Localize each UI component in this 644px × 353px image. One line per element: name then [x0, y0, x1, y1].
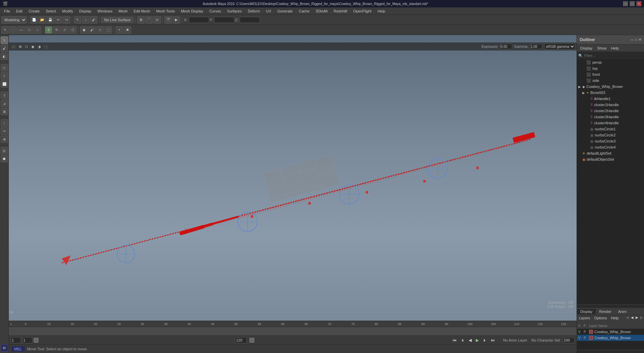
snap-curve[interactable]: ⌒ [145, 16, 153, 24]
bridge-left-tool[interactable]: ⊞ [1, 108, 8, 115]
menu-item-redshift[interactable]: Redshift [331, 8, 350, 14]
tree-item-cluster4handle[interactable]: ⧖ cluster4Handle [577, 120, 644, 126]
snap-point[interactable]: ⊙ [153, 16, 161, 24]
loop-left-tool[interactable]: ↕ [1, 119, 8, 127]
render-settings[interactable]: 🎬 [165, 16, 172, 24]
xray-btn[interactable]: ⬚ [105, 26, 112, 34]
menu-item-uv[interactable]: UV [263, 8, 274, 14]
render-frame[interactable]: ▶ [173, 16, 180, 24]
select-tool[interactable]: ↖ [74, 16, 81, 24]
snap-grid[interactable]: ⊞ [137, 16, 145, 24]
tree-item-nurbscircle2[interactable]: ◎ nurbsCircle2 [577, 132, 644, 138]
current-frame-field[interactable] [22, 337, 32, 343]
vp-wireframe-btn[interactable]: ⬡ [24, 44, 29, 49]
layer-row-2[interactable]: V P Cowboy_Whip_Brown [577, 335, 644, 341]
playback-end-field[interactable] [563, 337, 575, 343]
layer-row-1[interactable]: V P Cowboy_Whip_Brown [577, 329, 644, 335]
outliner-show-menu[interactable]: Show [595, 45, 609, 51]
face-left-tool[interactable]: ⬜ [1, 80, 8, 88]
paint-weights-btn[interactable]: 🖌 [88, 26, 96, 34]
select-left-tool[interactable]: ↖ [1, 36, 8, 44]
merge-left-tool[interactable]: ⊗ [1, 135, 8, 143]
select-mode-btn[interactable]: ↖ [1, 26, 9, 34]
lasso-tool[interactable]: ⬦ [82, 16, 89, 24]
menu-item-openflight[interactable]: OpenFlight [351, 8, 374, 14]
paint-tool[interactable]: 🖌 [90, 16, 97, 24]
tree-item-front[interactable]: ⬛ front [577, 71, 644, 77]
menu-item-edit[interactable]: Edit [13, 8, 25, 14]
vp-shaded-btn[interactable]: ◑ [36, 44, 42, 49]
play-fwd-btn[interactable]: ▶ [474, 337, 480, 343]
outliner-close-btn[interactable]: ✕ [639, 38, 641, 41]
tree-item-bone003[interactable]: ▶ ✦ Bone003 [577, 90, 644, 96]
z-coord-field[interactable] [240, 17, 260, 23]
viewport[interactable]: View Shading Lighting Show Renderer Pane… [9, 35, 577, 321]
layers-menu-layers[interactable]: Layers [577, 315, 592, 323]
tree-item-nurbscircle3[interactable]: ◎ nurbsCircle3 [577, 138, 644, 144]
menu-item-mesh-tools[interactable]: Mesh Tools [153, 8, 177, 14]
redo-button[interactable]: ↪ [63, 16, 70, 24]
vertex-mode-btn[interactable]: · [9, 26, 17, 34]
tree-item-nurbscircle4[interactable]: ◎ nurbsCircle4 [577, 144, 644, 150]
layer1-p-btn[interactable]: P [584, 330, 589, 334]
extrude-left-tool[interactable]: ⇧ [1, 92, 8, 99]
jump-end-btn[interactable]: ⏭ [490, 337, 496, 343]
object-mode-btn[interactable]: ○ [34, 26, 41, 34]
menu-item-modify[interactable]: Modify [59, 8, 76, 14]
tweak-btn[interactable]: ⊹ [96, 26, 104, 34]
gamma-mode-select[interactable]: sRGB gamma [544, 43, 575, 50]
scale-tool-btn[interactable]: ⤢ [61, 26, 68, 34]
layer2-v-btn[interactable]: V [578, 336, 584, 340]
move-tool-btn[interactable]: ✛ [45, 26, 52, 34]
cut-left-tool[interactable]: ✂ [1, 127, 8, 135]
menu-item-generate[interactable]: Generate [274, 8, 295, 14]
vertex-left-tool[interactable]: ⬡ [1, 64, 8, 71]
tree-item-cluster2handle[interactable]: ⧖ cluster2Handle [577, 108, 644, 114]
save-scene-button[interactable]: 💾 [47, 16, 54, 24]
menu-item-3dtoall[interactable]: 3DtoAll [313, 8, 330, 14]
tree-item-defaultlightset[interactable]: ☀ defaultLightSet [577, 150, 644, 156]
tree-item-side[interactable]: ⬛ side [577, 77, 644, 84]
layers-hscrollbar[interactable] [577, 350, 644, 353]
step-back-btn[interactable]: ⏴ [459, 337, 466, 343]
universal-manip-btn[interactable]: ⬡ [69, 26, 77, 34]
y-coord-field[interactable] [214, 17, 234, 23]
menu-item-curves[interactable]: Curves [207, 8, 224, 14]
anim-tab[interactable]: Anim [615, 309, 630, 314]
face-mode-btn[interactable]: □ [26, 26, 33, 34]
bevel-left-tool[interactable]: ⊿ [1, 100, 8, 107]
menu-item-help[interactable]: Help [375, 8, 388, 14]
menu-item-create[interactable]: Create [26, 8, 42, 14]
new-scene-button[interactable]: 📄 [30, 16, 38, 24]
vp-texture-btn[interactable]: ⬚ [43, 44, 49, 49]
edge-mode-btn[interactable]: — [18, 26, 25, 34]
exposure-input[interactable]: 0.00 [500, 44, 512, 49]
outliner-search-input[interactable] [584, 54, 643, 58]
sculpt-left-tool[interactable]: ◐ [1, 53, 8, 60]
play-back-btn[interactable]: ◀ [467, 337, 473, 343]
outliner-maximize-btn[interactable]: □ [635, 38, 637, 41]
tree-item-top[interactable]: ⬛ top [577, 65, 644, 71]
viewport-3d[interactable] [9, 51, 577, 321]
menu-item-edit-mesh[interactable]: Edit Mesh [131, 8, 153, 14]
open-scene-button[interactable]: 📂 [38, 16, 46, 24]
menu-item-cache[interactable]: Cache [296, 8, 312, 14]
rotate-tool-btn[interactable]: ↻ [53, 26, 60, 34]
menu-item-windows[interactable]: Windows [95, 8, 115, 14]
menu-item-deform[interactable]: Deform [245, 8, 263, 14]
menu-item-mesh-display[interactable]: Mesh Display [178, 8, 206, 14]
x-coord-field[interactable] [189, 17, 209, 23]
tree-item-defaultobjectset[interactable]: ▣ defaultObjectSet [577, 156, 644, 162]
layers-menu-options[interactable]: Options [592, 315, 609, 323]
edge-left-tool[interactable]: ⌇ [1, 72, 8, 79]
menu-item-mesh[interactable]: Mesh [116, 8, 130, 14]
layers-btn1[interactable]: ◁ [625, 315, 630, 323]
tree-item-nurbscircle1[interactable]: ◎ nurbsCircle1 [577, 126, 644, 132]
outliner-hscrollbar[interactable] [577, 304, 644, 308]
mel-mode-btn[interactable]: MEL [11, 346, 25, 352]
soft-select-btn[interactable]: ◉ [80, 26, 88, 34]
maximize-button[interactable]: □ [630, 1, 635, 6]
plus-icon-btn[interactable]: + [116, 26, 123, 34]
tree-item-persp[interactable]: ⬛ persp [577, 59, 644, 65]
outliner-help-menu[interactable]: Help [609, 45, 621, 51]
